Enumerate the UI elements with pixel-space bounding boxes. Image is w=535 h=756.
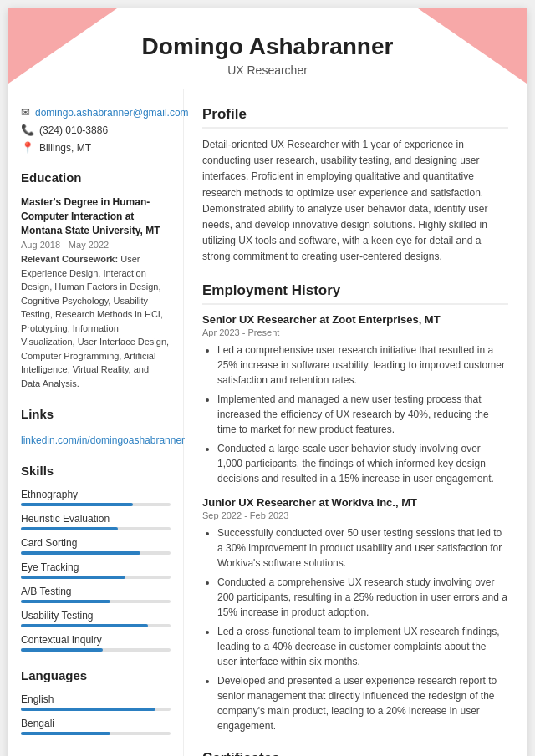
skill-item: Usability Testing <box>21 610 171 627</box>
skills-list: Ethnography Heuristic Evaluation Card So… <box>21 489 171 652</box>
education-heading: Education <box>21 170 171 187</box>
language-label: English <box>21 693 171 705</box>
job-entry: Junior UX Researcher at Workiva Inc., MT… <box>202 496 508 733</box>
skill-label: Eye Tracking <box>21 561 171 573</box>
resume-container: Domingo Ashabranner UX Researcher ✉ domi… <box>8 8 527 756</box>
job-bullet: Developed and presented a user experienc… <box>217 673 508 733</box>
job-date: Sep 2022 - Feb 2023 <box>202 510 508 520</box>
links-heading: Links <box>21 407 171 424</box>
job-title: Senior UX Researcher at Zoot Enterprises… <box>202 313 508 326</box>
skill-label: Card Sorting <box>21 537 171 549</box>
email-icon: ✉ <box>21 106 30 119</box>
candidate-name: Domingo Ashabranner <box>25 33 510 60</box>
linkedin-link[interactable]: linkedin.com/in/domingoashabranner <box>21 434 185 446</box>
employment-section: Employment History Senior UX Researcher … <box>202 282 508 733</box>
job-date: Apr 2023 - Present <box>202 327 508 337</box>
profile-heading: Profile <box>202 106 508 129</box>
skill-label: Ethnography <box>21 489 171 500</box>
language-bar-bg <box>21 708 171 711</box>
jobs-list: Senior UX Researcher at Zoot Enterprises… <box>202 313 508 733</box>
phone-text: (324) 010-3886 <box>39 124 108 136</box>
skill-item: Contextual Inquiry <box>21 634 171 652</box>
language-bar-fill <box>21 732 110 735</box>
skill-item: A/B Testing <box>21 586 171 603</box>
edu-degree: Master's Degree in Human-Computer Intera… <box>21 195 171 237</box>
job-title: Junior UX Researcher at Workiva Inc., MT <box>202 496 508 509</box>
coursework-text: User Experience Design, Interaction Desi… <box>21 254 169 388</box>
job-bullet: Implemented and managed a new user testi… <box>217 392 508 437</box>
skill-bar-bg <box>21 551 171 555</box>
education-section: Education Master's Degree in Human-Compu… <box>21 170 171 390</box>
email-link[interactable]: domingo.ashabranner@gmail.com <box>35 107 189 119</box>
skills-section: Skills Ethnography Heuristic Evaluation … <box>21 464 171 652</box>
language-item: English <box>21 693 171 711</box>
certificates-heading: Certificates <box>202 750 508 757</box>
skill-bar-fill <box>21 624 148 627</box>
header: Domingo Ashabranner UX Researcher <box>8 8 527 89</box>
skill-item: Ethnography <box>21 489 171 506</box>
sidebar: ✉ domingo.ashabranner@gmail.com 📞 (324) … <box>8 89 184 756</box>
profile-section: Profile Detail-oriented UX Researcher wi… <box>202 106 508 266</box>
body: ✉ domingo.ashabranner@gmail.com 📞 (324) … <box>8 89 527 756</box>
job-bullets: Led a comprehensive user research initia… <box>202 342 508 486</box>
employment-heading: Employment History <box>202 282 508 305</box>
skill-bar-bg <box>21 600 171 603</box>
main-content: Profile Detail-oriented UX Researcher wi… <box>184 89 527 756</box>
location-icon: 📍 <box>21 141 34 154</box>
language-bar-fill <box>21 708 155 711</box>
skill-item: Eye Tracking <box>21 561 171 579</box>
languages-heading: Languages <box>21 668 171 685</box>
language-label: Bengali <box>21 718 171 729</box>
location-item: 📍 Billings, MT <box>21 141 171 154</box>
job-bullet: Conducted a comprehensive UX research st… <box>217 575 508 620</box>
job-bullet: Successfully conducted over 50 user test… <box>217 525 508 571</box>
links-section: Links linkedin.com/in/domingoashabranner <box>21 407 171 447</box>
skill-bar-fill <box>21 600 110 603</box>
edu-coursework: Relevant Coursework: User Experience Des… <box>21 252 171 390</box>
job-bullet: Led a comprehensive user research initia… <box>217 342 508 388</box>
skill-item: Heuristic Evaluation <box>21 513 171 530</box>
skill-bar-fill <box>21 648 103 652</box>
skill-bar-fill <box>21 527 118 530</box>
job-entry: Senior UX Researcher at Zoot Enterprises… <box>202 313 508 486</box>
skill-bar-fill <box>21 503 133 506</box>
skill-bar-bg <box>21 576 171 579</box>
coursework-label: Relevant Coursework: <box>21 254 118 264</box>
skill-label: Heuristic Evaluation <box>21 513 171 525</box>
language-bar-bg <box>21 732 171 735</box>
location-text: Billings, MT <box>39 142 91 154</box>
skill-bar-bg <box>21 527 171 530</box>
languages-section: Languages English Bengali <box>21 668 171 735</box>
skill-item: Card Sorting <box>21 537 171 555</box>
skills-heading: Skills <box>21 464 171 480</box>
language-item: Bengali <box>21 718 171 735</box>
phone-icon: 📞 <box>21 124 34 136</box>
email-item: ✉ domingo.ashabranner@gmail.com <box>21 106 171 119</box>
profile-text: Detail-oriented UX Researcher with 1 yea… <box>202 137 508 266</box>
contact-section: ✉ domingo.ashabranner@gmail.com 📞 (324) … <box>21 106 171 154</box>
skill-label: Usability Testing <box>21 610 171 622</box>
languages-list: English Bengali <box>21 693 171 735</box>
candidate-title: UX Researcher <box>25 63 510 77</box>
phone-item: 📞 (324) 010-3886 <box>21 124 171 136</box>
job-bullet: Led a cross-functional team to implement… <box>217 624 508 669</box>
certificates-section: Certificates Certified User Experience A… <box>202 750 508 757</box>
skill-label: Contextual Inquiry <box>21 634 171 646</box>
skill-bar-bg <box>21 503 171 506</box>
job-bullets: Successfully conducted over 50 user test… <box>202 525 508 733</box>
skill-label: A/B Testing <box>21 586 171 597</box>
job-bullet: Conducted a large-scale user behavior st… <box>217 441 508 486</box>
skill-bar-fill <box>21 551 140 555</box>
skill-bar-bg <box>21 648 171 652</box>
skill-bar-fill <box>21 576 125 579</box>
edu-dates: Aug 2018 - May 2022 <box>21 240 171 250</box>
skill-bar-bg <box>21 624 171 627</box>
